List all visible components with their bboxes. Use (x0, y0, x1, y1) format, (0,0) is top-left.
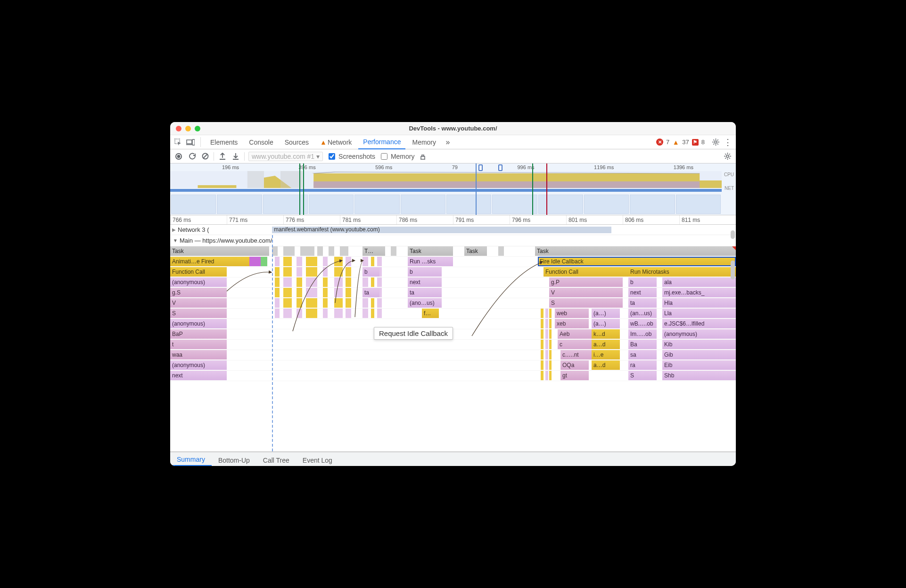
flame-segment[interactable]: next (170, 371, 227, 380)
flame-segment[interactable]: Lla (662, 309, 736, 318)
network-request-bar[interactable]: manifest.webmanifest (www.youtube.com) (272, 227, 611, 233)
device-icon[interactable] (185, 137, 196, 147)
flame-segment[interactable]: ta (362, 288, 379, 297)
flame-segment[interactable]: e.JSC$6…lfilled (662, 319, 736, 328)
flame-segment[interactable]: mj.exe…backs_ (662, 288, 736, 297)
flame-segment[interactable]: a…d (592, 360, 620, 370)
flame-segment[interactable]: f… (422, 309, 439, 318)
flame-segment[interactable]: Run …sks (408, 257, 453, 266)
flame-segment[interactable]: S (628, 371, 657, 380)
flame-segment[interactable]: b (362, 267, 379, 277)
gear-icon[interactable] (710, 137, 721, 147)
detail-ruler[interactable]: 766 ms 771 ms 776 ms 781 ms 786 ms 791 m… (170, 215, 736, 225)
tab-sources[interactable]: Sources (280, 135, 313, 149)
flame-segment[interactable]: next (408, 278, 442, 287)
memory-checkbox[interactable]: Memory (379, 152, 415, 161)
tab-memory[interactable]: Memory (407, 135, 441, 149)
close-icon[interactable] (176, 126, 181, 131)
flame-segment[interactable]: (a…) (592, 309, 620, 318)
flame-segment[interactable]: (ano…us) (408, 298, 442, 308)
flame-segment[interactable]: (a…) (592, 319, 620, 328)
screenshots-checkbox-input[interactable] (329, 153, 335, 160)
flame-segment[interactable]: ta (628, 298, 657, 308)
gc-icon[interactable] (418, 152, 428, 161)
flame-segment[interactable] (249, 257, 261, 266)
task-bar[interactable]: Task (464, 246, 487, 256)
flame-segment[interactable]: Fire Idle Callback (538, 257, 736, 266)
task-bar[interactable]: Task (535, 246, 736, 256)
flame-segment[interactable]: ta (408, 288, 442, 297)
tab-elements[interactable]: Elements (206, 135, 242, 149)
collapse-arrow-icon[interactable]: ▼ (173, 238, 178, 243)
expand-arrow-icon[interactable]: ▶ (172, 227, 176, 232)
flame-segment[interactable]: V (549, 288, 623, 297)
flame-segment[interactable]: (an…us) (628, 309, 657, 318)
flame-segment[interactable]: (anonymous) (170, 278, 227, 287)
flame-segment[interactable]: b (628, 278, 657, 287)
flame-segment[interactable]: c.….nt (560, 350, 594, 359)
download-icon[interactable] (231, 152, 240, 161)
target-select[interactable]: www.youtube.com #1 ▾ (248, 152, 323, 161)
flame-segment[interactable]: Hla (662, 298, 736, 308)
tab-call-tree[interactable]: Call Tree (256, 454, 296, 466)
range-handle-right[interactable] (498, 164, 502, 171)
tab-network[interactable]: ▲ Network (315, 135, 356, 149)
task-bar[interactable]: T… (362, 246, 385, 256)
flame-segment[interactable]: i…e (592, 350, 620, 359)
flame-segment[interactable]: b (408, 267, 442, 277)
tab-summary[interactable]: Summary (170, 453, 212, 466)
flame-segment[interactable]: sa (628, 350, 657, 359)
flame-segment[interactable]: a…d (592, 340, 620, 349)
upload-icon[interactable] (218, 152, 227, 161)
tab-event-log[interactable]: Event Log (296, 454, 339, 466)
task-bar[interactable]: Task (170, 246, 269, 256)
main-thread-header[interactable]: ▼ Main — https://www.youtube.com/ (170, 235, 736, 246)
task-bar[interactable]: Task (408, 246, 453, 256)
tab-console[interactable]: Console (244, 135, 278, 149)
flame-segment[interactable]: g.P (549, 278, 623, 287)
network-lane[interactable]: ▶ Network 3 ( manifest.webmanifest (www.… (170, 225, 736, 235)
flame-segment[interactable]: S (170, 309, 227, 318)
flame-segment[interactable]: Kib (662, 340, 736, 349)
flame-segment[interactable]: next (628, 288, 657, 297)
overview-timeline[interactable]: 196 ms 396 ms 596 ms 79 996 ms 1196 ms 1… (170, 163, 736, 215)
record-icon[interactable] (174, 152, 183, 161)
flame-segment[interactable]: gt (560, 371, 589, 380)
reload-icon[interactable] (187, 152, 197, 161)
flame-segment[interactable]: wB.….ob (628, 319, 657, 328)
flame-segment[interactable]: Run Microtasks (628, 267, 736, 277)
main-flame[interactable]: ▼ Main — https://www.youtube.com/ Task T… (170, 235, 736, 452)
flame-segment[interactable]: V (170, 298, 227, 308)
range-handle-left[interactable] (478, 164, 483, 171)
clear-icon[interactable] (200, 152, 210, 161)
flame-segment[interactable]: Ba (628, 340, 657, 349)
flame-segment[interactable]: Gib (662, 350, 736, 359)
flame-segment[interactable]: t (170, 340, 227, 349)
screenshots-checkbox[interactable]: Screenshots (327, 152, 375, 161)
flame-segment[interactable]: k…d (592, 329, 620, 339)
flame-segment[interactable] (261, 257, 267, 266)
flame-segment[interactable]: S (549, 298, 623, 308)
flame-segment[interactable]: BaP (170, 329, 227, 339)
flame-segment[interactable]: Im.….ob (628, 329, 657, 339)
flame-segment[interactable]: ra (628, 360, 657, 370)
flame-segment[interactable]: Aeb (558, 329, 592, 339)
flame-segment[interactable]: waa (170, 350, 227, 359)
flame-segment[interactable]: xeb (555, 319, 589, 328)
flame-segment[interactable]: c (558, 340, 592, 349)
flame-segment[interactable]: Shb (662, 371, 736, 380)
flame-segment[interactable]: Eib (662, 360, 736, 370)
flame-segment[interactable]: g.S (170, 288, 227, 297)
flame-segment[interactable]: OQa (560, 360, 589, 370)
flame-segment[interactable]: Animati…e Fired (170, 257, 249, 266)
tab-bottom-up[interactable]: Bottom-Up (212, 454, 256, 466)
panel-settings-icon[interactable] (723, 152, 732, 161)
flame-segment[interactable]: (anonymous) (662, 329, 736, 339)
flame-segment[interactable]: (anonymous) (170, 319, 227, 328)
flame-segment[interactable]: Function Call (544, 267, 628, 277)
inspect-icon[interactable] (173, 137, 183, 147)
zoom-icon[interactable] (195, 126, 200, 131)
problem-counts[interactable]: ✕7 ▲37 ⚑8 (656, 139, 705, 146)
flame-segment[interactable]: web (555, 309, 589, 318)
kebab-icon[interactable]: ⋮ (723, 137, 733, 147)
